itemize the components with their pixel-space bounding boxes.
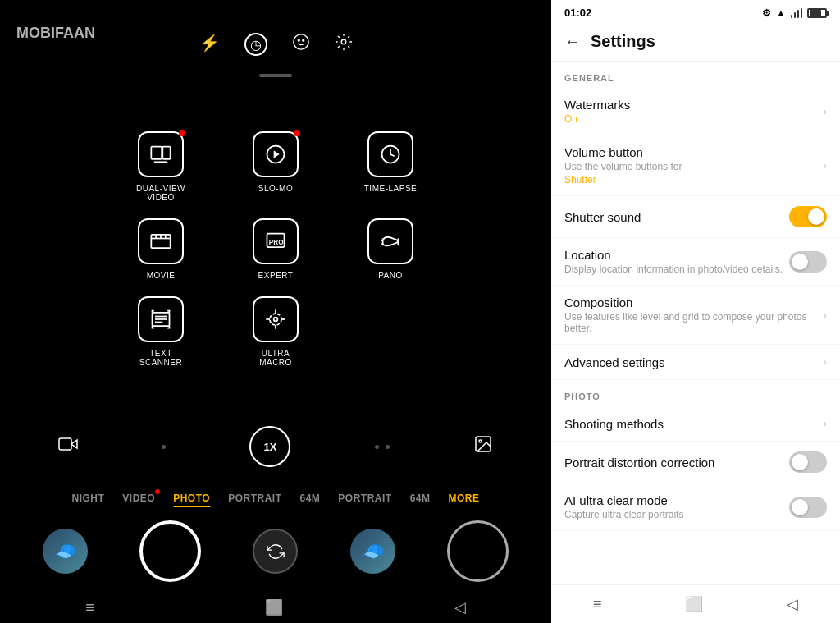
settings-item-watermarks[interactable]: Watermarks On › [551, 88, 840, 135]
svg-point-28 [479, 440, 482, 442]
s-menu-icon[interactable]: ≡ [593, 596, 602, 613]
settings-header: ← Settings [551, 25, 840, 62]
svg-rect-4 [151, 147, 162, 159]
mode-slo-mo[interactable]: SLO-MO [226, 131, 325, 202]
shutter-sound-toggle[interactable] [789, 206, 827, 227]
settings-content: GENERAL Watermarks On › Volume button Us… [551, 62, 840, 584]
shutter-button[interactable] [139, 520, 201, 582]
camera-bottom: 🧢 🧢 [0, 520, 551, 582]
chevron-icon: › [823, 308, 827, 323]
mode-tab-video[interactable]: VIDEO [122, 492, 155, 504]
gallery-thumbnail[interactable]: 🧢 [43, 529, 88, 574]
camera-switch-button[interactable] [253, 529, 298, 574]
flash-icon[interactable]: ⚡ [199, 33, 220, 56]
mode-tab-portrait[interactable]: PORTRAIT [228, 492, 281, 504]
gallery-icon[interactable] [473, 434, 493, 459]
drag-handle [259, 74, 292, 77]
mode-tab-64m2[interactable]: 64M [410, 492, 431, 504]
settings-item-shooting-methods[interactable]: Shooting methods › [551, 406, 840, 442]
section-label-general: GENERAL [551, 62, 840, 88]
camera-mode-icon[interactable] [58, 434, 78, 459]
settings-icon[interactable] [335, 33, 353, 56]
mode-pano[interactable]: PANO [341, 218, 440, 280]
svg-rect-5 [162, 147, 170, 159]
svg-point-0 [293, 34, 308, 49]
settings-item-portrait-distortion[interactable]: Portrait distortion correction [551, 442, 840, 483]
chevron-icon: › [823, 416, 827, 431]
zoom-button[interactable]: 1X [249, 426, 290, 467]
chevron-icon: › [823, 355, 827, 369]
settings-item-location[interactable]: Location Display location information in… [551, 238, 840, 286]
portrait-distortion-toggle[interactable] [789, 451, 827, 473]
s-home-icon[interactable]: ⬜ [685, 595, 703, 613]
ai-ultra-clear-toggle[interactable] [789, 497, 827, 518]
settings-item-volume-button[interactable]: Volume button Use the volume buttons for… [551, 135, 840, 196]
settings-nav-bar: ≡ ⬜ ◁ [551, 584, 840, 623]
settings-item-composition[interactable]: Composition Use features like level and … [551, 286, 840, 345]
svg-rect-26 [59, 438, 71, 450]
s-back-icon[interactable]: ◁ [787, 595, 798, 613]
more-modes-grid: DUAL-VIEWVIDEO SLO-MO TIME-LAPSE MOVIE [112, 131, 440, 367]
settings-item-shutter-sound[interactable]: Shutter sound [551, 196, 840, 238]
settings-item-advanced[interactable]: Advanced settings › [551, 345, 840, 380]
menu-icon[interactable]: ≡ [85, 599, 94, 616]
chevron-icon: › [823, 104, 827, 119]
mode-text-scanner[interactable]: TEXTSCANNER [112, 296, 210, 367]
location-toggle[interactable] [789, 251, 827, 273]
camera-nav-bar: ≡ ⬜ ◁ [0, 598, 551, 616]
mode-selector: NIGHT VIDEO PHOTO PORTRAIT 64M PORTRAIT … [0, 492, 551, 504]
mode-expert[interactable]: PRO EXPERT [226, 218, 325, 280]
mode-tab-night[interactable]: NIGHT [71, 492, 104, 504]
camera-top-bar: ⚡ ◷ [0, 33, 551, 56]
mode-ultra-macro[interactable]: ULTRAMACRO [226, 296, 325, 367]
svg-marker-7 [274, 150, 280, 158]
mode-tab-photo[interactable]: PHOTO [173, 492, 210, 504]
svg-text:PRO: PRO [269, 239, 284, 246]
wifi-status-icon: ▲ [776, 7, 786, 19]
mode-tab-64m[interactable]: 64M [299, 492, 320, 504]
mode-tab-more[interactable]: MORE [449, 492, 480, 504]
chevron-icon: › [823, 158, 827, 173]
timer-icon[interactable]: ◷ [244, 33, 267, 56]
face-icon[interactable] [292, 33, 310, 56]
svg-point-3 [341, 39, 346, 44]
secondary-shutter [447, 520, 509, 582]
mode-movie[interactable]: MOVIE [112, 218, 210, 280]
signal-icon [791, 8, 802, 18]
status-bar: 01:02 ⚙ ▲ [551, 0, 840, 25]
mode-time-lapse[interactable]: TIME-LAPSE [341, 131, 440, 202]
svg-point-21 [274, 318, 278, 322]
camera-controls: 1X [0, 426, 551, 467]
gear-status-icon: ⚙ [762, 7, 771, 19]
back-button[interactable]: ← [564, 32, 581, 51]
status-icons: ⚙ ▲ [762, 7, 827, 19]
svg-point-1 [298, 39, 299, 41]
gallery-thumbnail-2[interactable]: 🧢 [350, 529, 395, 574]
back-icon[interactable]: ◁ [454, 598, 466, 616]
section-label-photo: PHOTO [551, 380, 840, 406]
zoom-dots-left [162, 445, 166, 449]
zoom-dots-right [375, 445, 390, 449]
settings-panel: 01:02 ⚙ ▲ ← Settings GENERAL Wat [551, 0, 840, 623]
settings-item-ai-ultra-clear[interactable]: AI ultra clear mode Capture ultra clear … [551, 483, 840, 531]
status-time: 01:02 [564, 7, 591, 19]
svg-point-2 [302, 39, 304, 41]
settings-title: Settings [591, 32, 655, 51]
battery-icon [807, 8, 827, 18]
camera-panel: MOBIFAAN ⚡ ◷ DUAL- [0, 0, 551, 623]
mode-dual-view[interactable]: DUAL-VIEWVIDEO [112, 131, 210, 202]
mode-tab-portrait2[interactable]: PORTRAIT [338, 492, 391, 504]
home-icon[interactable]: ⬜ [265, 598, 283, 616]
svg-point-20 [270, 314, 281, 325]
